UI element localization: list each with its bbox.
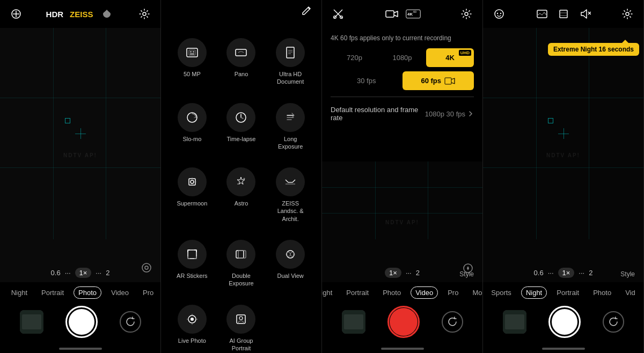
livephoto-icon: [178, 305, 207, 334]
res-1080p[interactable]: 1080p: [378, 48, 426, 67]
menu-item-timelapse[interactable]: Time-lapse: [219, 97, 264, 157]
video-settings-panel: 4K 60 fps applies only to current record…: [322, 28, 482, 161]
shutter-button-night[interactable]: [548, 306, 581, 338]
supermoon-label: Supermoon: [177, 200, 207, 207]
pencil-icon[interactable]: [301, 4, 313, 19]
tab-photo-night[interactable]: Photo: [589, 287, 616, 298]
face-icon[interactable]: [492, 6, 507, 21]
menu-item-ultrahd[interactable]: Ultra HD Document: [268, 32, 313, 92]
svg-rect-12: [190, 53, 194, 55]
layers-icon[interactable]: [556, 6, 571, 21]
rotate-button-night[interactable]: [603, 311, 624, 333]
zoom-06[interactable]: 0.6: [51, 269, 61, 277]
tab-night-video[interactable]: Night: [322, 287, 336, 298]
timelapse-label: Time-lapse: [226, 135, 255, 143]
settings-icon[interactable]: [137, 6, 152, 21]
thumbnail-night[interactable]: [503, 310, 526, 334]
tab-portrait-night[interactable]: Portrait: [552, 287, 583, 298]
panel-video: 4K 60 4K 60 fps applies only to current …: [322, 0, 483, 353]
gallery-icon[interactable]: [535, 6, 550, 21]
menu-item-slomo[interactable]: Slo-mo: [170, 97, 215, 157]
rotate-button-video[interactable]: [442, 311, 463, 333]
menu-item-aigroup[interactable]: AI Group Portrait: [219, 298, 264, 353]
tab-more-video[interactable]: More: [468, 287, 482, 298]
tab-photo[interactable]: Photo: [74, 286, 101, 299]
menu-item-zeiss[interactable]: ZEISS Landsc. & Archit.: [268, 161, 313, 229]
menu-item-pano[interactable]: Pano: [219, 32, 264, 92]
menu-item-50mp[interactable]: 50 MP: [170, 32, 215, 92]
zoom-1x-video[interactable]: 1×: [385, 268, 401, 278]
tab-photo-video[interactable]: Photo: [378, 287, 405, 298]
tab-pro-video[interactable]: Pro: [443, 287, 463, 298]
menu-item-ar[interactable]: AR Stickers: [170, 233, 215, 294]
toolbar-video: 4K 60: [322, 0, 482, 28]
hdr-label[interactable]: HDR: [46, 10, 64, 19]
tab-video-video[interactable]: Video: [411, 286, 438, 299]
tab-video[interactable]: Video: [107, 287, 133, 298]
tab-portrait-video[interactable]: Portrait: [342, 287, 373, 298]
settings-icon-video[interactable]: [459, 6, 474, 21]
menu-item-dualview[interactable]: Dual View: [268, 233, 313, 294]
default-resolution-row[interactable]: Default resolution and framerate 1080p 3…: [331, 101, 474, 126]
video-camera-icon[interactable]: [384, 6, 399, 21]
tab-vid-night[interactable]: Vid: [621, 287, 640, 298]
res-4k[interactable]: 4K UHD: [426, 48, 474, 67]
thumbnail-video[interactable]: [342, 310, 365, 334]
viewfinder-night: NDTV AP! Style 0.6 ··· 1× ··· 2: [483, 28, 643, 282]
tab-pro[interactable]: Pro: [138, 287, 158, 298]
dualview-icon: [276, 240, 305, 269]
svg-point-60: [465, 12, 468, 16]
menu-item-double[interactable]: Double Exposure: [219, 233, 264, 294]
zoom-2x-video[interactable]: 2: [416, 269, 420, 277]
shutter-button-video[interactable]: [387, 306, 420, 338]
svg-point-49: [239, 317, 243, 320]
ultrahd-label: Ultra HD Document: [272, 70, 309, 86]
res-720p[interactable]: 720p: [331, 48, 378, 67]
stabilize-icon[interactable]: [462, 262, 474, 276]
svg-point-43: [191, 318, 194, 321]
slomo-icon: [178, 103, 207, 132]
zoom-06-night[interactable]: 0.6: [534, 269, 544, 277]
thumbnail-photo[interactable]: [20, 310, 43, 334]
menu-item-supermoon[interactable]: Supermoon: [170, 161, 215, 229]
scissors-icon[interactable]: [331, 6, 346, 21]
svg-rect-56: [386, 11, 394, 17]
zeiss-label[interactable]: ZEISS: [70, 10, 93, 19]
tab-night-night[interactable]: Night: [521, 286, 547, 299]
zoom-2x-night[interactable]: 2: [589, 269, 592, 277]
tab-sports[interactable]: Sports: [0, 287, 2, 298]
shutter-button-photo[interactable]: [65, 306, 98, 338]
mode-tabs-photo: Sports Night Portrait Photo Video Pro Mo…: [0, 282, 160, 303]
zoom-1x[interactable]: 1×: [75, 268, 92, 278]
svg-rect-10: [190, 51, 192, 53]
mute-icon[interactable]: [577, 6, 592, 21]
zoom-1x-night[interactable]: 1×: [558, 268, 575, 278]
tab-portrait[interactable]: Portrait: [37, 287, 68, 298]
zoom-settings-icon[interactable]: [141, 262, 152, 276]
fps-60[interactable]: 60 fps: [402, 71, 474, 90]
svg-rect-14: [287, 47, 294, 58]
menu-item-longexposure[interactable]: Long Exposure: [268, 97, 313, 157]
rotate-button[interactable]: [120, 311, 141, 333]
tab-sports-night[interactable]: Sports: [487, 287, 516, 298]
svg-rect-37: [236, 251, 244, 258]
zoom-2x[interactable]: 2: [106, 269, 109, 277]
flash-icon[interactable]: [9, 6, 24, 21]
longexposure-icon: [276, 103, 305, 132]
menu-item-livephoto[interactable]: Live Photo: [170, 298, 215, 353]
zoom-dots2-night: ···: [579, 269, 584, 277]
4k-icon[interactable]: 4K 60: [406, 6, 421, 21]
watermark: NDTV AP!: [63, 152, 97, 158]
svg-rect-76: [505, 314, 524, 329]
viewfinder-photo: NDTV AP! 0.6 ··· 1× ··· 2: [0, 28, 160, 282]
svg-point-65: [495, 10, 503, 18]
supermoon-icon: [178, 167, 207, 196]
uhd-badge: UHD: [459, 50, 471, 56]
settings-icon-night[interactable]: [620, 6, 635, 21]
panel-photo: HDR ZEISS NDTV AP! 0.6 ·: [0, 0, 161, 353]
fps-30[interactable]: 30 fps: [331, 71, 402, 90]
tab-night[interactable]: Night: [7, 287, 32, 298]
menu-item-astro[interactable]: Astro: [219, 161, 264, 229]
toolbar-night: [483, 0, 643, 28]
effect-icon[interactable]: [99, 6, 114, 21]
